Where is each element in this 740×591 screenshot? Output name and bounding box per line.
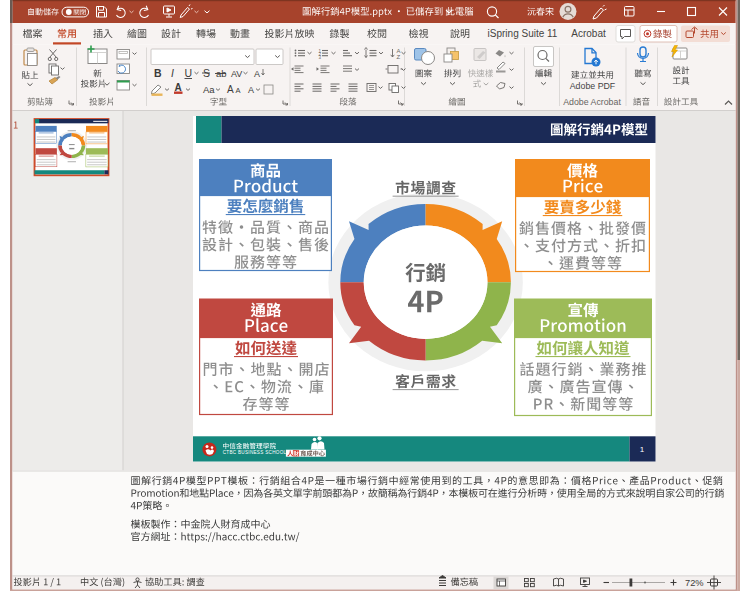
svg-text:Aa: Aa [203, 84, 215, 95]
svg-text:iSpring Suite 11: iSpring Suite 11 [488, 28, 558, 39]
svg-text:I: I [171, 67, 174, 79]
svg-text:72%: 72% [685, 578, 704, 588]
svg-text:Adobe PDF: Adobe PDF [570, 81, 616, 91]
svg-text:B: B [154, 67, 162, 79]
svg-text:A: A [254, 69, 260, 79]
svg-text:A: A [248, 85, 254, 95]
svg-text:A: A [236, 86, 241, 95]
svg-text:Z: Z [397, 54, 401, 60]
svg-text:A: A [175, 82, 182, 93]
svg-text:Acrobat: Acrobat [571, 28, 606, 39]
svg-text:U: U [185, 67, 193, 79]
svg-text:Adobe Acrobat: Adobe Acrobat [563, 97, 621, 107]
svg-text:CTBC BUSINESS SCHOOL: CTBC BUSINESS SCHOOL [223, 450, 287, 455]
svg-text:AV: AV [231, 69, 242, 79]
svg-text:A: A [227, 84, 234, 95]
svg-text:1: 1 [640, 445, 645, 454]
